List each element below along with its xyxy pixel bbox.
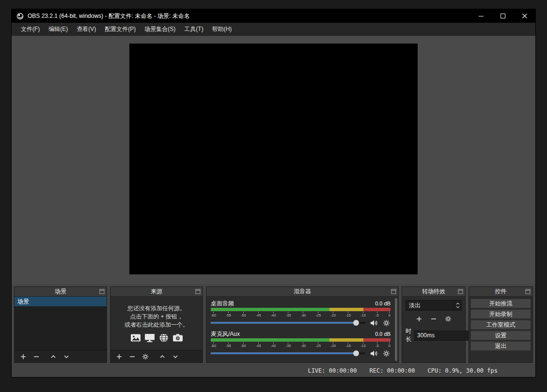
source-down-button[interactable] — [172, 353, 179, 360]
menu-item-profile[interactable]: 配置文件(P) — [100, 23, 140, 35]
dock-float-icon[interactable] — [458, 289, 463, 294]
sources-empty-area[interactable]: 您还没有添加任何源。 点击下面的 + 按钮， 或者右击此处添加一个。 — [110, 297, 203, 350]
volume-slider-handle[interactable] — [353, 350, 359, 356]
statusbar: LIVE: 00:00:00 REC: 00:00:00 CPU: 0.9%, … — [12, 364, 535, 377]
scenes-toolbar — [15, 350, 107, 362]
mixer-dock-header: 混音器 — [206, 287, 398, 297]
controls-dock-title: 控件 — [495, 287, 507, 296]
transitions-body: 淡出 — [402, 297, 465, 362]
channel-gear-icon[interactable] — [383, 319, 391, 327]
volume-meter — [211, 308, 391, 311]
sources-empty-line: 您还没有添加任何源。 — [127, 304, 186, 313]
sources-dock-header: 来源 — [110, 287, 203, 297]
live-time: LIVE: 00:00:00 — [308, 367, 357, 374]
menu-item-view[interactable]: 查看(V) — [72, 23, 100, 35]
duration-row: 时长 — [406, 327, 462, 344]
duration-label: 时长 — [406, 327, 411, 344]
dock-area: 场景 场景 — [12, 284, 535, 364]
channel-name: 桌面音频 — [211, 300, 234, 308]
start-recording-button[interactable]: 开始录制 — [470, 309, 531, 319]
transition-tools — [406, 316, 462, 322]
transition-properties-gear-icon[interactable] — [445, 316, 452, 322]
scene-down-button[interactable] — [63, 353, 70, 360]
source-up-button[interactable] — [159, 353, 166, 360]
sources-toolbar — [110, 350, 203, 362]
mixer-dock-title: 混音器 — [294, 287, 311, 296]
transitions-dock: 转场特效 淡出 — [402, 286, 466, 363]
menu-item-tools[interactable]: 工具(T) — [180, 23, 207, 35]
image-icon — [130, 333, 141, 343]
scenes-dock-header: 场景 — [15, 287, 107, 297]
scene-item[interactable]: 场景 — [15, 297, 107, 306]
sources-dock-title: 来源 — [151, 287, 162, 296]
dock-float-icon[interactable] — [525, 289, 531, 294]
titlebar[interactable]: OBS 23.2.1 (64-bit, windows) - 配置文件: 未命名… — [12, 9, 535, 23]
add-scene-button[interactable] — [20, 353, 27, 360]
maximize-button[interactable] — [492, 9, 514, 23]
rec-time: REC: 00:00:00 — [370, 367, 415, 374]
controls-dock-header: 控件 — [469, 287, 532, 297]
camera-icon — [172, 333, 183, 343]
channel-gear-icon[interactable] — [383, 350, 391, 357]
controls-dock: 控件 开始推流 开始录制 工作室模式 设置 退出 — [469, 286, 533, 363]
menubar: 文件(F) 编辑(E) 查看(V) 配置文件(P) 场景集合(S) 工具(T) … — [12, 23, 535, 36]
add-source-button[interactable] — [116, 353, 123, 360]
menu-item-file[interactable]: 文件(F) — [16, 23, 44, 35]
volume-slider-handle[interactable] — [353, 320, 359, 326]
menu-item-help[interactable]: 帮助(H) — [208, 23, 236, 35]
transitions-dock-header: 转场特效 — [402, 287, 465, 297]
obs-window: OBS 23.2.1 (64-bit, windows) - 配置文件: 未命名… — [11, 9, 536, 377]
channel-name: 麦克风/Aux — [211, 330, 240, 338]
dock-float-icon[interactable] — [391, 289, 396, 294]
mixer-channel-desktop-audio: 桌面音频 0.0 dB -60-55-50-45-40-35-30-25-20-… — [211, 300, 391, 327]
controls-body: 开始推流 开始录制 工作室模式 设置 退出 — [469, 297, 532, 362]
volume-slider[interactable] — [211, 319, 365, 327]
volume-slider[interactable] — [211, 349, 365, 357]
scene-list[interactable]: 场景 — [15, 297, 107, 350]
preview-area — [12, 36, 535, 284]
mixer-dock: 混音器 桌面音频 0.0 dB -60-55-50-45-40-35-30-25… — [206, 286, 399, 363]
cpu-fps: CPU: 0.9%, 30.00 fps — [428, 367, 498, 374]
meter-scale: -60-55-50-45-40-35-30-25-20-15-10-50 — [211, 342, 391, 348]
sources-empty-line: 点击下面的 + 按钮， — [130, 313, 183, 321]
transition-select-spinner[interactable] — [453, 301, 461, 310]
window-title: OBS 23.2.1 (64-bit, windows) - 配置文件: 未命名… — [28, 12, 470, 20]
studio-mode-button[interactable]: 工作室模式 — [470, 320, 531, 330]
channel-level: 0.0 dB — [375, 301, 391, 306]
mixer-body: 桌面音频 0.0 dB -60-55-50-45-40-35-30-25-20-… — [206, 297, 398, 362]
volume-meter — [211, 338, 391, 342]
dock-float-icon[interactable] — [195, 289, 201, 294]
speaker-icon[interactable] — [370, 350, 378, 357]
remove-transition-button[interactable] — [430, 316, 437, 322]
start-streaming-button[interactable]: 开始推流 — [470, 299, 531, 308]
monitor-icon — [144, 333, 155, 343]
window-controls — [470, 9, 535, 23]
remove-scene-button[interactable] — [33, 353, 40, 360]
source-type-icons — [130, 333, 183, 343]
menu-item-scene-collection[interactable]: 场景集合(S) — [140, 23, 180, 35]
scenes-dock: 场景 场景 — [14, 286, 107, 363]
globe-icon — [158, 333, 169, 343]
mixer-channel-mic-aux: 麦克风/Aux 0.0 dB -60-55-50-45-40-35-30-25-… — [211, 330, 391, 357]
meter-scale: -60-55-50-45-40-35-30-25-20-15-10-50 — [211, 312, 391, 317]
channel-level: 0.0 dB — [375, 331, 391, 337]
menu-item-edit[interactable]: 编辑(E) — [44, 23, 72, 35]
scene-up-button[interactable] — [50, 353, 57, 360]
close-button[interactable] — [514, 9, 535, 23]
mixer-scrollbar[interactable] — [395, 298, 397, 361]
sources-dock: 来源 您还没有添加任何源。 点击下面的 + 按钮， 或者右击此处添加一个。 — [110, 286, 203, 363]
add-transition-button[interactable] — [416, 316, 422, 322]
scenes-dock-title: 场景 — [55, 287, 66, 296]
remove-source-button[interactable] — [129, 353, 136, 360]
source-properties-gear-icon[interactable] — [142, 353, 149, 360]
transition-select-value: 淡出 — [409, 302, 421, 310]
speaker-icon[interactable] — [370, 319, 378, 327]
preview-canvas[interactable] — [129, 44, 418, 274]
transitions-dock-title: 转场特效 — [422, 287, 445, 296]
sources-empty-line: 或者右击此处添加一个。 — [125, 321, 188, 329]
transition-select[interactable]: 淡出 — [406, 300, 462, 311]
settings-button[interactable]: 设置 — [470, 331, 531, 340]
dock-float-icon[interactable] — [99, 289, 105, 294]
exit-button[interactable]: 退出 — [470, 341, 531, 351]
minimize-button[interactable] — [470, 9, 492, 23]
